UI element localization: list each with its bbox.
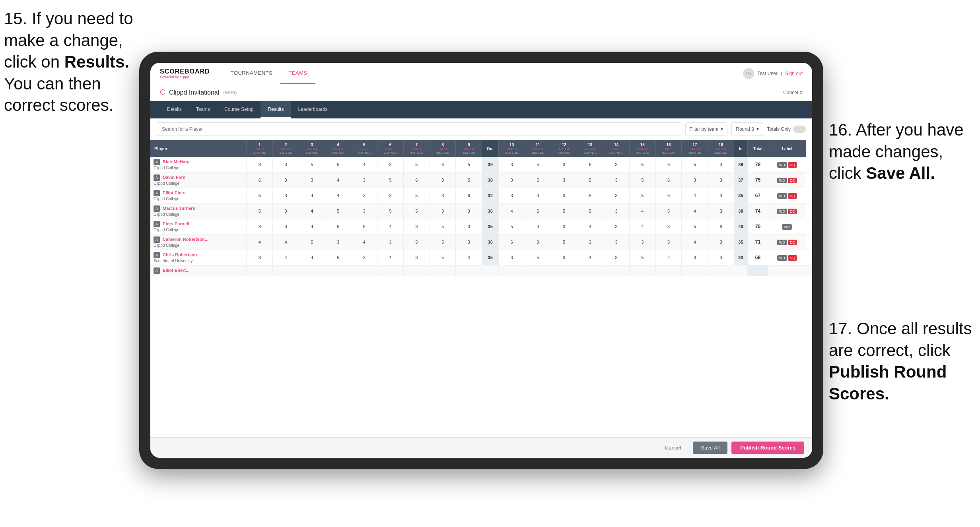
score-cell[interactable]: 3: [708, 234, 734, 250]
wd-label[interactable]: WD: [777, 193, 787, 199]
score-cell[interactable]: 3: [273, 219, 299, 234]
score-cell[interactable]: 4: [682, 203, 708, 219]
nav-tournaments[interactable]: TOURNAMENTS: [223, 63, 281, 84]
score-cell[interactable]: 6: [403, 172, 430, 188]
tab-course-setup[interactable]: Course Setup: [217, 101, 261, 118]
score-cell[interactable]: 5: [403, 157, 430, 172]
score-cell[interactable]: 3: [682, 250, 708, 265]
score-cell[interactable]: 6: [655, 157, 682, 172]
score-cell[interactable]: 3: [273, 157, 299, 172]
score-cell[interactable]: 5: [351, 219, 377, 234]
nav-teams[interactable]: TEAMS: [280, 63, 315, 84]
score-cell[interactable]: 5: [629, 188, 655, 203]
score-cell[interactable]: 3: [577, 234, 603, 250]
score-cell[interactable]: 4: [577, 219, 603, 234]
score-cell[interactable]: [377, 265, 404, 276]
score-cell[interactable]: 3: [403, 250, 430, 265]
score-cell[interactable]: 3: [351, 188, 377, 203]
search-input[interactable]: [157, 122, 681, 136]
score-cell[interactable]: 4: [325, 172, 351, 188]
score-cell[interactable]: 3: [456, 203, 482, 219]
score-cell[interactable]: 3: [603, 172, 630, 188]
score-cell[interactable]: 5: [299, 157, 325, 172]
score-cell[interactable]: 4: [456, 250, 482, 265]
score-cell[interactable]: 4: [629, 219, 655, 234]
wd-label[interactable]: WD: [777, 240, 787, 245]
dq-label[interactable]: DQ: [788, 255, 797, 261]
score-cell[interactable]: 5: [525, 203, 551, 219]
score-cell[interactable]: 5: [430, 250, 456, 265]
score-cell[interactable]: 3: [377, 234, 404, 250]
score-cell[interactable]: 3: [708, 172, 734, 188]
score-cell[interactable]: [603, 265, 630, 276]
score-cell[interactable]: [325, 265, 351, 276]
score-cell[interactable]: [577, 265, 603, 276]
wd-label[interactable]: WD: [777, 178, 787, 183]
score-cell[interactable]: 3: [603, 157, 630, 172]
score-cell[interactable]: 5: [682, 157, 708, 172]
score-cell[interactable]: 3: [603, 234, 630, 250]
score-cell[interactable]: 6: [577, 157, 603, 172]
score-cell[interactable]: [708, 265, 734, 276]
tab-results[interactable]: Results: [261, 101, 291, 118]
score-cell[interactable]: [655, 265, 682, 276]
dq-label[interactable]: DQ: [788, 178, 797, 183]
score-cell[interactable]: [247, 265, 273, 276]
score-cell[interactable]: 3: [708, 250, 734, 265]
score-cell[interactable]: 5: [247, 203, 273, 219]
score-cell[interactable]: 4: [377, 219, 404, 234]
score-cell[interactable]: 3: [247, 250, 273, 265]
score-cell[interactable]: 5: [456, 172, 482, 188]
score-cell[interactable]: 4: [655, 250, 682, 265]
score-cell[interactable]: 3: [430, 203, 456, 219]
score-cell[interactable]: [482, 265, 499, 276]
score-cell[interactable]: 3: [499, 188, 525, 203]
score-cell[interactable]: 3: [525, 234, 551, 250]
score-cell[interactable]: 3: [273, 172, 299, 188]
wd-label[interactable]: WD: [777, 209, 787, 214]
score-cell[interactable]: 3: [551, 188, 577, 203]
score-cell[interactable]: 3: [351, 250, 377, 265]
score-cell[interactable]: 3: [708, 188, 734, 203]
score-cell[interactable]: 5: [430, 219, 456, 234]
score-cell[interactable]: 3: [551, 172, 577, 188]
toggle-switch[interactable]: [793, 126, 806, 133]
score-cell[interactable]: 5: [525, 172, 551, 188]
score-cell[interactable]: 5: [325, 203, 351, 219]
score-cell[interactable]: 3: [603, 203, 630, 219]
score-cell[interactable]: 5: [325, 219, 351, 234]
score-cell[interactable]: 3: [456, 219, 482, 234]
score-cell[interactable]: 5: [499, 219, 525, 234]
score-cell[interactable]: 4: [247, 234, 273, 250]
score-cell[interactable]: 4: [499, 203, 525, 219]
score-cell[interactable]: 5: [682, 219, 708, 234]
score-cell[interactable]: [273, 265, 299, 276]
wd-label[interactable]: WD: [777, 162, 787, 168]
wd-label[interactable]: WD: [782, 224, 792, 230]
score-cell[interactable]: 3: [403, 219, 430, 234]
score-cell[interactable]: 3: [273, 188, 299, 203]
dq-label[interactable]: DQ: [788, 193, 797, 199]
cancel-tournament-btn[interactable]: Cancel X: [783, 90, 803, 95]
dq-label[interactable]: DQ: [788, 162, 797, 168]
score-cell[interactable]: 5: [325, 250, 351, 265]
score-cell[interactable]: 5: [325, 157, 351, 172]
score-cell[interactable]: 6: [499, 234, 525, 250]
score-cell[interactable]: 5: [430, 234, 456, 250]
score-cell[interactable]: 3: [351, 172, 377, 188]
score-cell[interactable]: [456, 265, 482, 276]
score-cell[interactable]: [499, 265, 525, 276]
score-cell[interactable]: 5: [551, 234, 577, 250]
score-cell[interactable]: 5: [525, 250, 551, 265]
score-cell[interactable]: 3: [708, 157, 734, 172]
score-cell[interactable]: 5: [577, 188, 603, 203]
score-cell[interactable]: 5: [655, 234, 682, 250]
score-cell[interactable]: 4: [299, 203, 325, 219]
score-cell[interactable]: 3: [551, 250, 577, 265]
score-cell[interactable]: 3: [551, 157, 577, 172]
score-cell[interactable]: [734, 265, 747, 276]
score-cell[interactable]: 6: [655, 188, 682, 203]
score-cell[interactable]: 4: [273, 234, 299, 250]
score-cell[interactable]: 5: [629, 157, 655, 172]
score-cell[interactable]: 4: [577, 250, 603, 265]
